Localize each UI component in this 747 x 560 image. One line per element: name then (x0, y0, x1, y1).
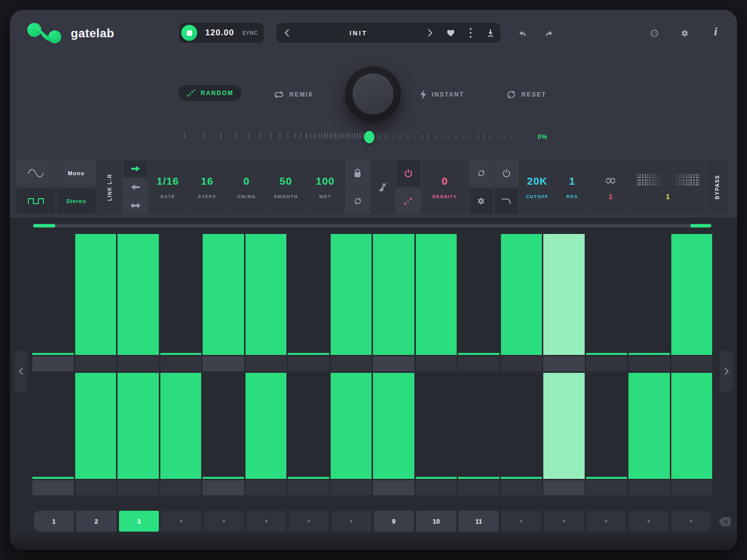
seq-step-12[interactable] (501, 234, 542, 355)
seq-step-12[interactable] (501, 373, 542, 479)
pattern-add-button-13[interactable]: + (544, 511, 584, 532)
density-control[interactable]: 0 DENSITY (422, 160, 468, 214)
seq-step-2[interactable] (75, 373, 117, 479)
instant-button[interactable]: INSTANT (420, 89, 464, 101)
sync-toggle[interactable]: SYNC (242, 30, 258, 36)
seq-divider-cell-2[interactable] (75, 480, 117, 495)
seq-step-11[interactable] (458, 234, 499, 355)
seq-divider-cell-10[interactable] (416, 356, 457, 371)
pattern-delete-button[interactable] (715, 516, 729, 528)
settings-button[interactable] (677, 26, 692, 41)
pattern-button-3[interactable]: 3 (119, 511, 159, 532)
seq-step-7[interactable] (288, 234, 329, 355)
pattern-add-button-14[interactable]: + (586, 511, 626, 532)
pattern-add-button-12[interactable]: + (501, 511, 541, 532)
seq-divider-cell-15[interactable] (628, 356, 670, 371)
redo-button[interactable] (542, 26, 557, 41)
pattern-button-10[interactable]: 10 (416, 511, 456, 532)
seq-divider-cell-14[interactable] (586, 480, 627, 495)
mono-button[interactable]: Mono (57, 160, 96, 187)
seq-step-6[interactable] (246, 373, 287, 479)
pattern-button-2[interactable]: 2 (76, 511, 116, 532)
loop-length-control[interactable]: ∞ 1 (591, 160, 630, 214)
seq-divider-cell-7[interactable] (288, 356, 329, 371)
seq-divider-cell-2[interactable] (75, 356, 117, 371)
favorite-button[interactable] (441, 23, 461, 43)
seq-step-1[interactable] (32, 373, 74, 479)
filter-settings-button[interactable] (469, 188, 493, 215)
randomizer-slider-track[interactable] (376, 134, 518, 139)
loop-end-marker[interactable] (690, 224, 711, 227)
direction-backward-button[interactable] (124, 179, 147, 196)
loop-start-marker[interactable] (33, 224, 55, 227)
density-random-button[interactable] (396, 188, 420, 215)
seq-divider-cell-9[interactable] (373, 480, 414, 495)
density-power-button[interactable] (396, 160, 420, 187)
seq-step-14[interactable] (586, 373, 627, 479)
seq-divider-cell-16[interactable] (671, 480, 713, 495)
filter-power-button[interactable] (495, 160, 518, 187)
link-lr-button[interactable]: LINK L-R (97, 160, 122, 214)
seq-divider-cell-3[interactable] (118, 480, 159, 495)
seq-step-7[interactable] (288, 373, 329, 479)
seq-divider-cell-13[interactable] (543, 480, 585, 495)
seq-divider-cell-10[interactable] (416, 480, 457, 495)
seq-step-1[interactable] (32, 234, 74, 355)
seq-step-10[interactable] (416, 234, 457, 355)
seq-divider-cell-15[interactable] (628, 480, 670, 495)
lock-button[interactable] (346, 160, 370, 187)
preset-prev-button[interactable] (276, 23, 298, 43)
preset-name[interactable]: INIT (298, 29, 419, 37)
seq-divider-cell-4[interactable] (160, 480, 202, 495)
wet-control[interactable]: 100 WET (306, 160, 344, 214)
seq-divider-cell-3[interactable] (118, 356, 159, 371)
seq-divider-cell-11[interactable] (458, 480, 499, 495)
pattern-add-button-5[interactable]: + (204, 511, 244, 532)
swing-control[interactable]: 0 SWING (228, 160, 265, 214)
seq-divider-cell-8[interactable] (331, 480, 372, 495)
seq-divider-cell-8[interactable] (331, 356, 372, 371)
seq-step-3[interactable] (118, 373, 159, 479)
pattern-button-1[interactable]: 1 (34, 511, 74, 532)
pattern-add-button-8[interactable]: + (331, 511, 371, 532)
reset-button[interactable]: RESET (506, 89, 546, 101)
seq-step-15[interactable] (628, 234, 670, 355)
page-right-button[interactable] (720, 351, 733, 392)
info-button[interactable]: i (708, 24, 723, 39)
remix-button[interactable]: REMIX (273, 89, 313, 101)
main-knob[interactable] (345, 66, 401, 122)
seq-divider-cell-1[interactable] (32, 356, 74, 371)
seq-step-10[interactable] (416, 373, 457, 479)
seq-step-5[interactable] (203, 373, 244, 479)
seq-divider-cell-5[interactable] (203, 356, 244, 371)
filter-cycle-button[interactable] (469, 160, 493, 187)
pattern-button-11[interactable]: 11 (459, 511, 498, 532)
seq-step-5[interactable] (203, 234, 244, 355)
seq-step-8[interactable] (331, 234, 372, 355)
dither-control[interactable]: 1 (631, 160, 704, 214)
loop-range-strip[interactable] (32, 224, 712, 227)
cycle-button[interactable] (346, 188, 370, 215)
seq-step-16[interactable] (671, 234, 713, 355)
seq-divider-cell-16[interactable] (671, 356, 713, 371)
smooth-control[interactable]: 50 SMOOTH (267, 160, 305, 214)
random-button[interactable]: RANDOM (178, 85, 242, 101)
seq-step-4[interactable] (160, 234, 202, 355)
bpm-value[interactable]: 120.00 (202, 28, 237, 38)
filter-slope-button[interactable] (495, 188, 518, 215)
page-left-button[interactable] (14, 351, 27, 392)
seq-step-3[interactable] (118, 234, 159, 355)
seq-step-9[interactable] (373, 373, 414, 479)
seq-divider-cell-1[interactable] (32, 480, 74, 495)
sine-wave-button[interactable] (16, 160, 55, 187)
seq-divider-cell-11[interactable] (458, 356, 499, 371)
direction-forward-button[interactable] (124, 160, 147, 177)
cutoff-control[interactable]: 20K CUTOFF (520, 175, 555, 199)
stereo-button[interactable]: Stereo (57, 188, 96, 215)
stop-button[interactable] (181, 25, 197, 41)
pattern-add-button-16[interactable]: + (671, 511, 711, 532)
pattern-add-button-7[interactable]: + (289, 511, 329, 532)
bypass-button[interactable]: BYPASS (706, 160, 729, 214)
seq-divider-cell-6[interactable] (246, 356, 287, 371)
seq-divider-cell-13[interactable] (543, 356, 585, 371)
